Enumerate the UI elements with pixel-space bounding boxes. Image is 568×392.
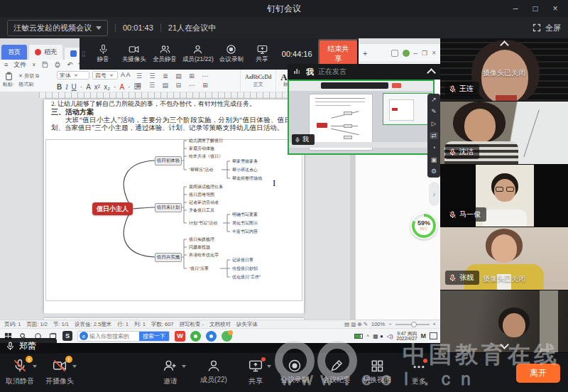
- unmute-button[interactable]: ! 取消静音: [0, 359, 43, 386]
- people-icon: [160, 44, 170, 55]
- search-input[interactable]: [88, 333, 138, 339]
- close-button[interactable]: ×: [545, 0, 565, 17]
- mindmap-leaf: 值日思维导图: [189, 192, 214, 198]
- notification-dot: [423, 359, 427, 363]
- mute-all-button[interactable]: 全员静音: [149, 44, 180, 64]
- participant-tile[interactable]: [440, 290, 568, 353]
- proofread-status[interactable]: 文档校对: [209, 321, 231, 328]
- mindmap-branch: 值日初体验: [155, 156, 182, 165]
- participant-tile[interactable]: 沈洁: [440, 102, 568, 165]
- settings-gear-icon[interactable]: ⚙: [431, 168, 437, 175]
- chevron-icon[interactable]: [267, 365, 271, 368]
- laser-toggle-icon[interactable]: ⇄: [430, 132, 438, 139]
- switch-view-button[interactable]: 切换视图: [354, 359, 400, 385]
- timer-icon[interactable]: ◔: [432, 144, 435, 151]
- volume-icon[interactable]: ◁): [387, 333, 393, 339]
- system-gauge-widget[interactable]: 59% 69℃: [410, 212, 437, 239]
- cut-copy-buttons[interactable]: ✕ 剪切 ⧉: [18, 72, 39, 80]
- save-icon[interactable]: [41, 61, 48, 68]
- collapse-chevron-icon[interactable]: [427, 68, 436, 77]
- browser-360-icon[interactable]: [190, 331, 201, 342]
- mute-button[interactable]: 静音: [88, 44, 119, 64]
- sogou-icon[interactable]: S: [62, 331, 72, 341]
- undo-icon[interactable]: ↶: [67, 61, 72, 68]
- invite-button[interactable]: 邀请: [148, 359, 193, 386]
- drag-handle[interactable]: ⁞⁞: [80, 50, 88, 58]
- paragraph-buttons[interactable]: ☰ ☰ ≣ ▤ ⊞ ⋯ ≣ ☰ ▤ ⊟ ⋯ ⊞: [136, 72, 211, 90]
- tray-expand-icon[interactable]: ^: [366, 333, 369, 339]
- paste-button[interactable]: 粘贴·: [3, 72, 14, 89]
- hamburger-icon[interactable]: ≡: [4, 61, 8, 68]
- members-button[interactable]: 成员(21/22): [180, 44, 216, 64]
- minimize-button[interactable]: –: [506, 0, 525, 17]
- ime-indicator[interactable]: M: [421, 332, 427, 339]
- minutes-button[interactable]: 会议纪要: [314, 359, 359, 385]
- camera-on-button[interactable]: ! 开摄像头: [37, 359, 82, 386]
- new-tab-button[interactable]: +: [363, 49, 367, 58]
- self-share-preview[interactable]: 我: [288, 80, 435, 155]
- mindmap-subleaf: 简化书写图示: [232, 220, 258, 227]
- save-icon[interactable]: ▣: [431, 156, 437, 163]
- share-button[interactable]: 共享: [246, 44, 277, 64]
- wps-tab-docer[interactable]: 稻壳: [29, 45, 62, 60]
- spellcheck-status[interactable]: 拼写检查 -: [180, 321, 204, 328]
- font-size-select[interactable]: 四号: [92, 71, 118, 80]
- camera-off-button[interactable]: 关摄像头: [119, 44, 149, 64]
- document-page[interactable]: 2. 让幼儿能够了解自己力所能及的事，不包办替代，有针对性完成任务。 三、活动方…: [44, 99, 304, 313]
- mindmap-subleaf: 丰富书写内容: [232, 229, 258, 235]
- record-button[interactable]: 会议录制: [216, 44, 246, 64]
- notification-icon[interactable]: [430, 332, 437, 339]
- wps-tab-home[interactable]: 首页: [1, 45, 27, 60]
- divider: [160, 23, 161, 32]
- zoom-out-button[interactable]: −: [388, 321, 391, 327]
- plugin-icon[interactable]: [403, 50, 410, 57]
- style-body[interactable]: AaBbCcDd 正文: [240, 70, 275, 91]
- participant-name-tag: 沈洁: [445, 145, 479, 159]
- battery-icon[interactable]: [354, 334, 363, 339]
- ruler: [39, 92, 309, 98]
- messenger-icon[interactable]: [206, 331, 217, 342]
- text-cursor: I: [273, 178, 275, 189]
- participant-tile[interactable]: 摄像头已关闭 王连: [440, 38, 568, 102]
- zoom-in-button[interactable]: +: [433, 321, 436, 327]
- fullscreen-button[interactable]: 全屏: [532, 23, 561, 33]
- wps-taskbar-icon[interactable]: W: [175, 331, 185, 342]
- print-icon[interactable]: [54, 61, 61, 68]
- zoom-level: 100%: [371, 321, 385, 327]
- pen-icon[interactable]: ✎: [431, 108, 437, 115]
- extension-icon[interactable]: [391, 50, 398, 57]
- members-button[interactable]: 成员(22): [191, 359, 236, 385]
- chevron-icon[interactable]: [72, 365, 77, 368]
- annotation-expand-handle[interactable]: ›: [429, 182, 439, 206]
- more-button[interactable]: 更多: [396, 359, 442, 386]
- cursor-icon[interactable]: ▷: [432, 120, 437, 127]
- format-buttons[interactable]: BIU·Ax²x₂·A·囲: [57, 82, 141, 92]
- taskbar-search-box[interactable]: e 搜索一下: [77, 331, 170, 342]
- zoom-slider[interactable]: [395, 324, 430, 325]
- record-button[interactable]: 会议录制: [272, 359, 317, 385]
- leave-meeting-button[interactable]: 离开: [516, 364, 560, 383]
- share-forward-icon[interactable]: ↗: [431, 96, 437, 103]
- tray-icons[interactable]: ▦ ●: [373, 333, 383, 339]
- minimize-icon[interactable]: –: [414, 49, 418, 57]
- participant-tile[interactable]: 马一俊: [440, 165, 568, 227]
- mindmap-leaf: “帮帮乐”活动: [189, 167, 213, 173]
- maximize-button[interactable]: □: [525, 0, 545, 17]
- restore-icon[interactable]: ❐: [422, 50, 427, 57]
- mindmap-subleaf: 帮小班送点心: [232, 167, 258, 173]
- meeting-name-dropdown[interactable]: 汪敏云发起的视频会议: [7, 20, 108, 36]
- chevron-icon[interactable]: [182, 365, 186, 368]
- gauge-ring: 59% 69℃: [412, 214, 436, 238]
- windows-taskbar: S e 搜索一下 W ^ ▦ ● ◁) 9:47 周四 2022/4/27 M: [0, 328, 440, 343]
- taskbar-clock[interactable]: 9:47 周四 2022/4/27: [397, 331, 417, 341]
- font-name-select[interactable]: 宋体: [57, 71, 89, 80]
- file-menu[interactable]: 文件: [13, 60, 26, 70]
- format-painter-button[interactable]: 格式刷: [18, 80, 39, 89]
- close-icon[interactable]: ×: [432, 49, 436, 57]
- mic-muted-icon: [449, 85, 457, 93]
- search-go-button[interactable]: 搜索一下: [139, 332, 169, 341]
- view-mode-icons[interactable]: ▤ ▥ ⊕ ✎: [344, 321, 368, 327]
- security-icon[interactable]: [222, 331, 232, 342]
- participant-tile[interactable]: 摄像头已关闭 张靓: [440, 227, 568, 290]
- missing-font-status[interactable]: 缺失字体: [236, 321, 258, 328]
